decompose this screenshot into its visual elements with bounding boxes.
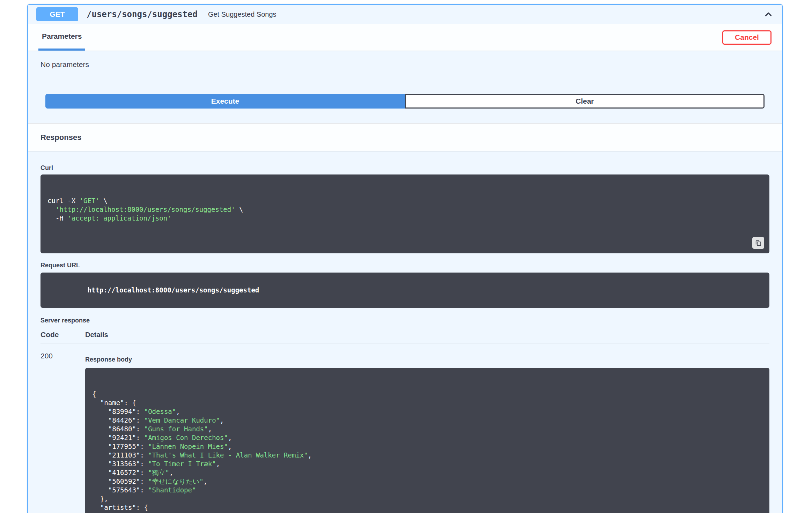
endpoint-summary[interactable]: GET /users/songs/suggested Get Suggested… bbox=[28, 5, 782, 24]
curl-copy-button[interactable] bbox=[752, 237, 764, 249]
swagger-page: GET /users/songs/suggested Get Suggested… bbox=[0, 0, 812, 513]
opblock-body: Parameters Cancel No parameters Execute … bbox=[28, 24, 782, 513]
opblock-get-endpoint: GET /users/songs/suggested Get Suggested… bbox=[27, 4, 783, 513]
tab-parameters-label: Parameters bbox=[42, 32, 82, 40]
details-column-header: Details bbox=[85, 331, 769, 339]
endpoint-description: Get Suggested Songs bbox=[208, 10, 276, 18]
no-parameters-text: No parameters bbox=[28, 51, 782, 79]
cancel-button[interactable]: Cancel bbox=[722, 30, 772, 45]
parameters-section-header: Parameters Cancel bbox=[28, 24, 782, 51]
server-response-label: Server response bbox=[40, 317, 769, 324]
server-response-table: Code Details 200 Response body { "name":… bbox=[40, 330, 769, 513]
execute-row: Execute Clear bbox=[45, 94, 765, 109]
response-row-200: 200 Response body { "name": { "83994": "… bbox=[40, 343, 769, 513]
curl-code: curl -X 'GET' \ 'http://localhost:8000/u… bbox=[47, 196, 762, 223]
chevron-up-icon bbox=[763, 9, 774, 20]
method-badge: GET bbox=[36, 7, 78, 21]
execute-button[interactable]: Execute bbox=[45, 94, 405, 109]
curl-block: curl -X 'GET' \ 'http://localhost:8000/u… bbox=[40, 174, 769, 253]
copy-icon bbox=[755, 239, 762, 246]
code-column-header: Code bbox=[40, 330, 85, 339]
request-url-label: Request URL bbox=[40, 262, 769, 269]
response-body-code: { "name": { "83994": "Odessa", "84426": … bbox=[92, 390, 762, 513]
responses-title: Responses bbox=[40, 133, 81, 142]
endpoint-path: /users/songs/suggested bbox=[87, 9, 198, 19]
collapse-button[interactable] bbox=[763, 9, 774, 20]
curl-label: Curl bbox=[40, 164, 769, 172]
responses-section-header: Responses bbox=[28, 123, 782, 151]
tab-parameters[interactable]: Parameters bbox=[38, 24, 85, 51]
request-url-value: http://localhost:8000/users/songs/sugges… bbox=[87, 286, 259, 294]
response-table-header: Code Details bbox=[40, 330, 769, 343]
status-code: 200 bbox=[40, 352, 85, 513]
responses-body: Curl curl -X 'GET' \ 'http://localhost:8… bbox=[28, 151, 782, 513]
clear-button[interactable]: Clear bbox=[405, 94, 765, 109]
response-body-block: { "name": { "83994": "Odessa", "84426": … bbox=[85, 368, 769, 513]
request-url-block: http://localhost:8000/users/songs/sugges… bbox=[40, 273, 769, 308]
response-body-label: Response body bbox=[85, 356, 769, 363]
